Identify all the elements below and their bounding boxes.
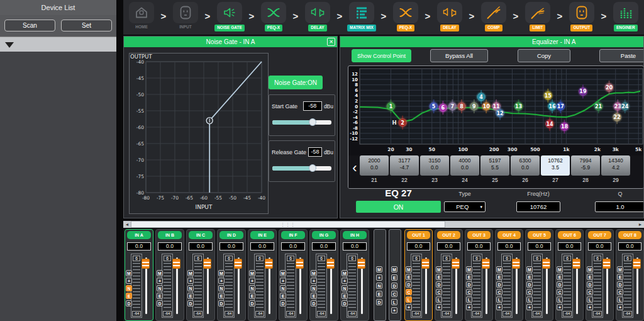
channel-button-+[interactable]: + bbox=[617, 304, 623, 310]
channel-button-M[interactable]: M bbox=[187, 270, 194, 276]
channel-button-+[interactable]: + bbox=[436, 304, 442, 310]
channel-button-N[interactable]: N bbox=[280, 285, 286, 291]
channel-button-E[interactable]: E bbox=[157, 293, 163, 299]
fader-handle[interactable] bbox=[326, 259, 335, 269]
fader-handle[interactable] bbox=[452, 259, 460, 269]
channel-strip-in-e[interactable]: IN E0.06-64M+NED bbox=[248, 229, 277, 321]
channel-gain-value[interactable]: 0.0 bbox=[250, 242, 274, 251]
fader-handle[interactable] bbox=[542, 259, 550, 269]
fader-handle[interactable] bbox=[203, 259, 211, 269]
fader-handle[interactable] bbox=[142, 259, 150, 269]
channel-gain-value[interactable]: 0.0 bbox=[219, 242, 243, 251]
channel-button-M[interactable]: M bbox=[617, 266, 623, 273]
channel-button-+[interactable]: + bbox=[311, 278, 317, 284]
channel-button-M[interactable]: M bbox=[436, 266, 442, 273]
channel-strip-in-g[interactable]: IN G0.06-64M+NED bbox=[309, 229, 338, 321]
channel-button-M[interactable]: M bbox=[406, 266, 412, 273]
master-button-D[interactable]: D bbox=[376, 299, 382, 305]
equalizer-graph[interactable]: 121086420-2-4-6-8-10-1220305010020030050… bbox=[348, 66, 643, 158]
chain-item-noise-gate[interactable]: NOISE GATE bbox=[215, 2, 244, 31]
channel-button-E[interactable]: E bbox=[436, 274, 442, 280]
eq-band-cell[interactable]: 143404.2 bbox=[601, 155, 630, 176]
channel-strip-in-b[interactable]: IN B0.06-64M+NED bbox=[155, 229, 184, 321]
channel-button-+[interactable]: + bbox=[526, 304, 533, 310]
channel-button-+[interactable]: + bbox=[249, 278, 255, 284]
eq-on-button[interactable]: ON bbox=[356, 201, 441, 213]
channel-gain-value[interactable]: 0.0 bbox=[497, 242, 521, 251]
channel-button-D[interactable]: D bbox=[496, 281, 502, 288]
bypass-all-button[interactable]: Bypass All bbox=[430, 49, 488, 62]
channel-button-N[interactable]: N bbox=[249, 285, 255, 291]
start-gate-slider[interactable] bbox=[272, 120, 331, 125]
channel-strip-out-2[interactable]: OUT 20.06-64MEDCL+ bbox=[435, 229, 463, 321]
channel-button-M[interactable]: M bbox=[280, 270, 286, 276]
channel-button-C[interactable]: C bbox=[466, 289, 472, 295]
channel-strip-out-3[interactable]: OUT 30.06-64MEDCL+ bbox=[465, 229, 493, 321]
channel-button-C[interactable]: C bbox=[526, 289, 533, 295]
channel-button-M[interactable]: M bbox=[587, 266, 593, 273]
device-tree-dropdown[interactable] bbox=[0, 37, 116, 52]
fader-handle[interactable] bbox=[633, 259, 641, 269]
channel-button-E[interactable]: E bbox=[280, 293, 286, 299]
channel-button-D[interactable]: D bbox=[557, 281, 563, 288]
fader-handle[interactable] bbox=[512, 259, 520, 269]
channel-button-+[interactable]: + bbox=[587, 304, 593, 310]
channel-strip-out-4[interactable]: OUT 40.06-64MEDCL+ bbox=[495, 229, 523, 321]
channel-button-C[interactable]: C bbox=[557, 289, 563, 295]
chain-item-home[interactable]: HOME bbox=[127, 2, 156, 29]
paste-button[interactable]: Paste bbox=[599, 49, 644, 62]
slider-thumb[interactable] bbox=[309, 118, 316, 126]
channel-button-L[interactable]: L bbox=[526, 296, 533, 303]
channel-button-E[interactable]: E bbox=[126, 293, 132, 299]
chain-item-delay-in[interactable]: DELAY bbox=[303, 2, 332, 31]
master-button-+[interactable]: + bbox=[376, 274, 382, 281]
channel-button-M[interactable]: M bbox=[496, 266, 502, 273]
channel-button-M[interactable]: M bbox=[311, 270, 317, 276]
channel-button-+[interactable]: + bbox=[187, 278, 194, 284]
channel-button-N[interactable]: N bbox=[187, 285, 194, 291]
channel-gain-value[interactable]: 0.0 bbox=[618, 242, 641, 251]
channel-button-M[interactable]: M bbox=[466, 266, 472, 273]
channel-strip-in-f[interactable]: IN F0.06-64M+NED bbox=[279, 229, 308, 321]
channel-button-E[interactable]: E bbox=[341, 293, 348, 299]
channel-button-L[interactable]: L bbox=[406, 296, 412, 303]
channel-button-M[interactable]: M bbox=[157, 270, 163, 276]
channel-button-D[interactable]: D bbox=[341, 300, 348, 307]
chain-item-enginer[interactable]: ENGINER bbox=[611, 2, 640, 31]
channel-button-E[interactable]: E bbox=[617, 274, 623, 280]
chain-item-output[interactable]: OUTPUT bbox=[567, 2, 596, 31]
channel-button-E[interactable]: E bbox=[587, 274, 593, 280]
channel-button-N[interactable]: N bbox=[341, 285, 348, 291]
eq-band-cell[interactable]: 40000.0 bbox=[450, 155, 479, 176]
channel-button-M[interactable]: M bbox=[249, 270, 255, 276]
fader-handle[interactable] bbox=[421, 259, 430, 269]
channel-button-+[interactable]: + bbox=[496, 304, 502, 310]
channel-button-L[interactable]: L bbox=[436, 296, 442, 303]
channel-button-D[interactable]: D bbox=[436, 281, 442, 288]
channel-button-+[interactable]: + bbox=[341, 278, 348, 284]
noise-gate-graph[interactable]: -40-45-50-55-60-65-70-75-80-80-75-70-65-… bbox=[129, 53, 269, 214]
close-icon[interactable]: ✕ bbox=[327, 38, 335, 46]
channel-button-E[interactable]: E bbox=[466, 274, 472, 280]
scan-button[interactable]: Scan bbox=[4, 20, 55, 31]
channel-button-+[interactable]: + bbox=[557, 304, 563, 310]
release-gate-slider[interactable] bbox=[272, 166, 331, 171]
copy-button[interactable]: Copy bbox=[518, 49, 570, 62]
channel-strip-in-d[interactable]: IN D0.06-64M+NED bbox=[217, 229, 246, 321]
channel-button-E[interactable]: E bbox=[496, 274, 502, 280]
channel-button-D[interactable]: D bbox=[311, 300, 317, 307]
fader-handle[interactable] bbox=[265, 259, 273, 269]
channel-button-M[interactable]: M bbox=[557, 266, 563, 273]
channel-button-C[interactable]: C bbox=[406, 289, 412, 295]
channel-gain-value[interactable]: 0.0 bbox=[312, 242, 336, 251]
master-button-M[interactable]: M bbox=[391, 266, 397, 273]
channel-strip-out-6[interactable]: OUT 60.06-64MEDCL+ bbox=[555, 229, 584, 321]
chain-item-delay-out[interactable]: DELAY bbox=[435, 2, 464, 31]
noise-gate-on-button[interactable]: Noise Gate:ON bbox=[269, 76, 323, 89]
fader-handle[interactable] bbox=[172, 259, 180, 269]
channel-gain-value[interactable]: 0.0 bbox=[127, 242, 151, 251]
channel-button-+[interactable]: + bbox=[218, 278, 225, 284]
fader-handle[interactable] bbox=[572, 259, 580, 269]
channel-button-E[interactable]: E bbox=[311, 293, 317, 299]
channel-button-D[interactable]: D bbox=[466, 281, 472, 288]
